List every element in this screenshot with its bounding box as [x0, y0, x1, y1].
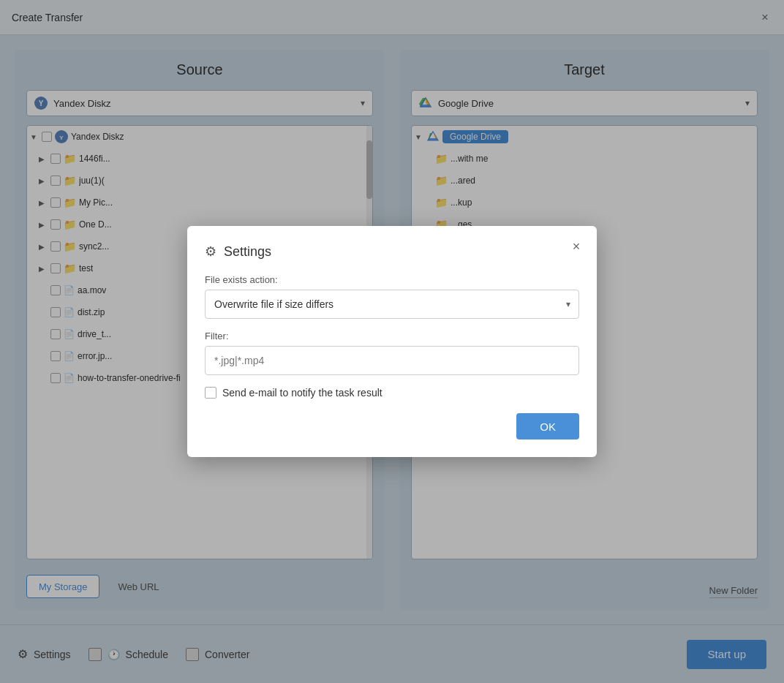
- filter-input[interactable]: [205, 346, 579, 375]
- dialog-header: ⚙ Settings: [205, 244, 579, 260]
- file-exists-field: File exists action: Overwrite file if si…: [205, 274, 579, 319]
- file-exists-select-wrapper: Overwrite file if size differs ▾: [205, 290, 579, 319]
- file-exists-select[interactable]: Overwrite file if size differs: [205, 290, 579, 319]
- email-checkbox-label: Send e-mail to notify the task result: [222, 387, 382, 399]
- dialog-title: Settings: [224, 244, 271, 260]
- modal-overlay[interactable]: ⚙ Settings × File exists action: Overwri…: [0, 0, 784, 683]
- filter-field: Filter:: [205, 331, 579, 375]
- main-window: Create Transfer × Source Y Yandex Diskz …: [0, 0, 784, 683]
- email-checkbox-row: Send e-mail to notify the task result: [205, 387, 579, 399]
- file-exists-label: File exists action:: [205, 274, 579, 285]
- dialog-ok-button[interactable]: OK: [516, 413, 579, 439]
- dialog-gear-icon: ⚙: [205, 244, 216, 260]
- dialog-close-button[interactable]: ×: [568, 238, 585, 255]
- email-checkbox[interactable]: [205, 387, 216, 399]
- filter-label: Filter:: [205, 331, 579, 342]
- dialog-footer: OK: [205, 413, 579, 439]
- settings-dialog: ⚙ Settings × File exists action: Overwri…: [187, 226, 597, 457]
